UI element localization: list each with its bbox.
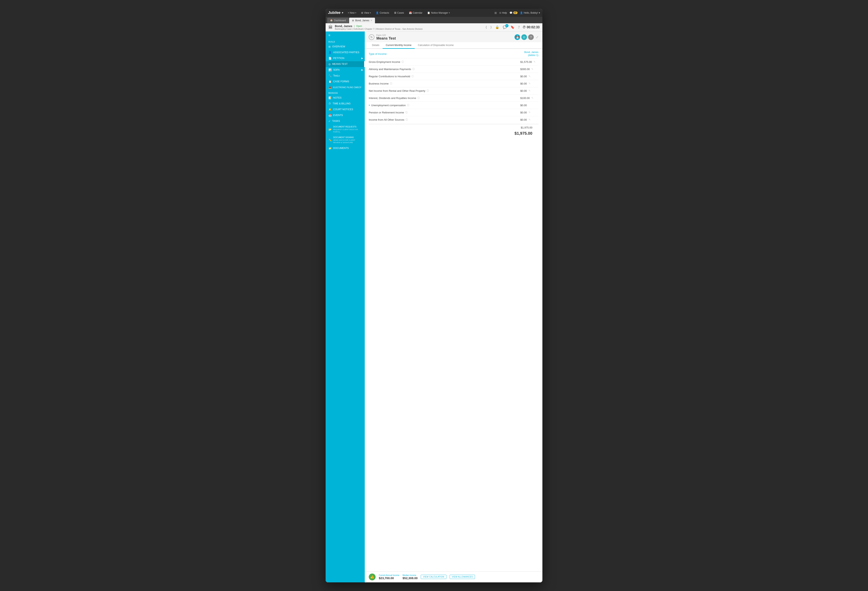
gross-employment-edit-icon[interactable]: ✎ — [534, 61, 536, 63]
petition-indicator: ▶ — [361, 57, 363, 60]
income-row-unemployment: ▾ Unemployment compensation ⓘ $0.00 — [369, 102, 538, 109]
sidebar-item-document-signing[interactable]: ✏️ DOCUMENT SIGNING SEND DOCS FOR CLIENT… — [326, 135, 365, 145]
cases-button[interactable]: 🏛 Cases — [392, 10, 406, 15]
total-amount: $1,975.00 — [515, 131, 532, 136]
business-info-icon[interactable]: ⓘ — [390, 82, 392, 85]
rental-info-icon[interactable]: ⓘ — [427, 89, 429, 93]
tab-calculation-disposable[interactable]: Calculation of Disposable Income — [415, 42, 457, 49]
sidebar-item-document-requests[interactable]: 📂 DOCUMENT REQUESTS REQUEST CLIENT DOCS … — [326, 124, 365, 135]
sidebar-item-case-forms[interactable]: 📋 CASE FORMS — [326, 79, 365, 84]
unemployment-collapse-icon[interactable]: ▾ — [369, 104, 370, 106]
business-label: Business Income ⓘ — [369, 82, 392, 85]
interest-edit-icon[interactable]: ✎ — [531, 96, 533, 99]
dashboard-icon: 🏠 — [330, 19, 333, 22]
other-edit-icon[interactable]: ✎ — [528, 118, 531, 121]
calendar-button[interactable]: 📅 Calendar — [407, 10, 425, 15]
help-form-button[interactable]: ? — [528, 34, 534, 40]
tasks-label: TASKS — [332, 120, 340, 123]
tab-bond-james[interactable]: 🏛 Bond, James ✕ — [349, 18, 375, 23]
sidebar-item-documents[interactable]: 📁 DOCUMENTS — [326, 145, 365, 151]
contacts-button[interactable]: 👤 Contacts — [374, 10, 391, 15]
user-menu-button[interactable]: 👤 Hello, Bobby! ▾ — [520, 12, 540, 14]
sidebar-item-overview[interactable]: ⊞ OVERVIEW — [326, 44, 365, 50]
sidebar-item-sofa[interactable]: 📊 SOFA ▶ — [326, 67, 365, 73]
tools-icon: 🔧 — [328, 74, 332, 77]
income-row-gross-employment: Gross Employment Income ⓘ $1,575.00 ✎ — [369, 58, 538, 66]
unemployment-info-icon[interactable]: ⓘ — [407, 103, 409, 107]
help-button[interactable]: ⊙ Help — [499, 12, 507, 14]
save-form-button[interactable]: 💾 — [515, 34, 520, 40]
annual-income-label: Current Annual Income — [379, 574, 399, 576]
sidebar-item-petition[interactable]: 📄 PETITION ▶ — [326, 55, 365, 61]
comment-button[interactable]: 💬 0 — [502, 25, 508, 30]
pension-info-icon[interactable]: ⓘ — [405, 111, 408, 114]
sidebar-item-means-test[interactable]: ◎ MEANS TEST — [326, 61, 365, 67]
other-info-icon[interactable]: ⓘ — [406, 118, 408, 121]
other-label: Income from All Other Sources ⓘ — [369, 118, 408, 121]
share-button[interactable]: ⤴ — [517, 25, 521, 30]
notifications-button[interactable]: 💬 47 — [509, 12, 518, 14]
rental-amount: $0.00 ✎ — [520, 89, 538, 92]
form-title: Means Test — [376, 36, 512, 41]
hamburger-menu[interactable]: ≡ — [326, 31, 365, 39]
sidebar-item-events[interactable]: 📅 EVENTS — [326, 112, 365, 118]
income-row-business: Business Income ⓘ $0.00 ✎ — [369, 80, 538, 87]
view-allowances-button[interactable]: VIEW ALLOWANCES — [450, 575, 475, 579]
sidebar-item-time-billing[interactable]: ⏱ TIME & BILLING — [326, 101, 365, 106]
tab-dashboard[interactable]: 🏠 Dashboard — [327, 18, 349, 23]
contributions-label: Regular Contributions to Household ⓘ — [369, 75, 414, 78]
sofa-indicator: ▶ — [361, 68, 363, 71]
efiling-icon: 📤 — [328, 86, 332, 89]
gross-employment-info-icon[interactable]: ⓘ — [402, 60, 404, 64]
annual-income-value: $23,700.00 — [379, 576, 399, 580]
notice-manager-button[interactable]: 📋 Notice Manager ▾ — [425, 10, 452, 15]
sidebar-item-electronic-filing[interactable]: 📤 ELECTRONIC FILING CM/ECF — [326, 84, 365, 90]
rental-label: Net Income from Rental and Other Real Pr… — [369, 89, 429, 93]
nav-back-button[interactable]: ⟨ — [485, 25, 488, 30]
events-label: EVENTS — [333, 114, 343, 117]
contributions-amount: $0.00 ✎ — [520, 75, 538, 78]
case-open-status: Open — [356, 25, 362, 28]
form-subtitle: Form 122 — [376, 34, 512, 36]
alimony-info-icon[interactable]: ⓘ — [412, 68, 415, 71]
other-amount: $0.00 ✎ — [520, 118, 538, 121]
sidebar-item-notes[interactable]: 📝 NOTES — [326, 95, 365, 101]
view-button[interactable]: ⊞ View ▾ — [359, 10, 373, 15]
nav-right-section: ⊞ ⊙ Help 💬 47 👤 Hello, Bobby! ▾ — [495, 11, 540, 15]
income-row-pension: Pension or Retirement Income ⓘ $0.00 ✎ — [369, 109, 538, 116]
rental-edit-icon[interactable]: ✎ — [528, 89, 531, 92]
tools-label: TooLs — [333, 74, 340, 77]
sidebar-item-tools[interactable]: 🔧 TooLs — [326, 73, 365, 79]
business-edit-icon[interactable]: ✎ — [528, 82, 531, 85]
bookmark-button[interactable]: 🔖 — [510, 25, 515, 30]
lock-button[interactable]: 🔒 — [495, 25, 500, 30]
income-table: Type of Income Bond, James(debtor 1) Gro… — [365, 49, 542, 571]
contributions-info-icon[interactable]: ⓘ — [411, 75, 414, 78]
interest-info-icon[interactable]: ⓘ — [417, 96, 420, 100]
versions-button[interactable]: ⊙ — [521, 34, 527, 40]
total-row: $1,975.00 — [369, 130, 538, 138]
nav-forward-button[interactable]: ⟩ — [490, 25, 492, 30]
sidebar-item-tasks[interactable]: ✓ TASKS — [326, 118, 365, 124]
associated-parties-label: ASSOCIATED PARTIES — [333, 51, 359, 54]
new-button[interactable]: + New ▾ — [346, 10, 358, 15]
petition-label: PETITION — [333, 57, 344, 60]
pension-edit-icon[interactable]: ✎ — [528, 111, 531, 114]
tab-details[interactable]: Details — [369, 42, 382, 49]
tab-close-button[interactable]: ✕ — [371, 19, 372, 21]
pension-label: Pension or Retirement Income ⓘ — [369, 111, 408, 114]
expand-button[interactable]: ⤢ — [536, 35, 538, 39]
thumbs-up-button[interactable]: 👍 — [369, 573, 376, 581]
efiling-label: ELECTRONIC FILING CM/ECF — [333, 86, 362, 89]
main-layout: ≡ BUILD ⊞ OVERVIEW 👤 ASSOCIATED PARTIES … — [326, 31, 542, 582]
sidebar-item-court-notices[interactable]: 🔔 COURT NOTICES — [326, 106, 365, 112]
sidebar-item-associated-parties[interactable]: 👤 ASSOCIATED PARTIES — [326, 50, 365, 55]
pension-amount: $0.00 ✎ — [520, 111, 538, 114]
doc-signing-label: DOCUMENT SIGNING SEND DOCS FOR CLIENT RE… — [333, 136, 362, 144]
alimony-edit-icon[interactable]: ✎ — [531, 68, 533, 71]
tab-current-monthly-income[interactable]: Current Monthly Income — [382, 42, 415, 49]
view-calculation-button[interactable]: VIEW CALCULATION — [421, 575, 446, 579]
table-header: Type of Income Bond, James(debtor 1) — [369, 49, 538, 58]
case-status: | — [354, 25, 354, 28]
contributions-edit-icon[interactable]: ✎ — [528, 75, 531, 78]
